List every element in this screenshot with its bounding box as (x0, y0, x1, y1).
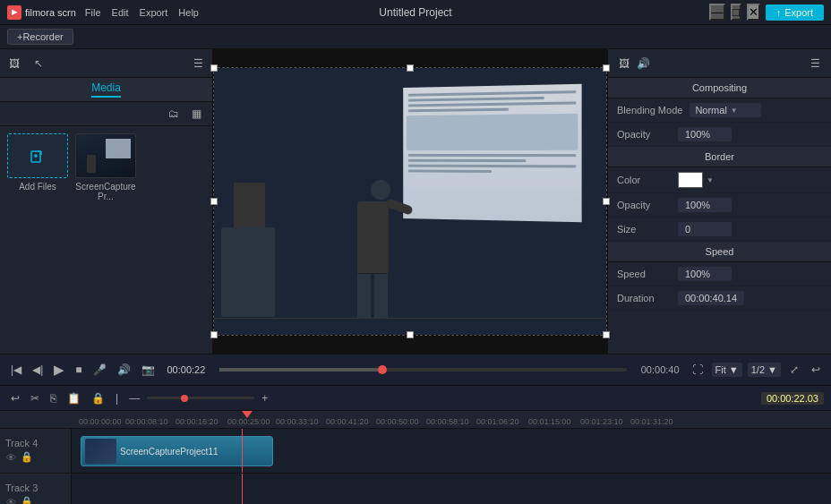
right-panel-toolbar: 🖼 🔊 ☰ (608, 49, 831, 78)
menu-help[interactable]: Help (178, 7, 199, 18)
minimize-button[interactable]: — (709, 4, 724, 21)
equipment (234, 183, 265, 227)
undo-button[interactable]: ↩ (7, 390, 23, 406)
border-size-row: Size 0 (608, 218, 831, 242)
border-color-row: Color ▼ (608, 167, 831, 193)
speed-value[interactable]: 100% (678, 267, 732, 281)
video-item-label: ScreenCapturePr... (75, 182, 136, 201)
title-bar-right: — □ ✕ ↑ Export (709, 4, 824, 21)
ruler-mark-8: 00:01:06:20 (476, 417, 519, 426)
audio-button[interactable]: 🔊 (114, 362, 134, 378)
panel-icon-img[interactable]: 🖼 (5, 56, 23, 72)
track-4-content[interactable]: ScreenCaptureProject11 (72, 429, 831, 473)
maximize-button[interactable]: □ (731, 4, 741, 21)
right-panel-audio-icon[interactable]: 🔊 (633, 56, 654, 72)
export-button[interactable]: ↑ Export (766, 4, 824, 21)
resize-handle-tc[interactable] (407, 64, 414, 72)
compositing-opacity-label: Opacity (617, 129, 671, 140)
panel-icon-cursor[interactable]: ↖ (30, 56, 47, 72)
export-icon: ↑ (776, 7, 782, 18)
resize-handle-mr[interactable] (603, 198, 610, 205)
zoom-slider[interactable] (147, 397, 254, 399)
track-3-name: Track 3 (5, 483, 38, 493)
menu-file[interactable]: File (85, 7, 101, 18)
timecode-end-display: 00:00:40 (641, 364, 680, 375)
color-dropdown-arrow[interactable]: ▼ (707, 176, 714, 184)
track-4-lock[interactable]: 🔒 (20, 450, 34, 464)
logo-text: filmora scrn (25, 7, 76, 18)
border-size-value[interactable]: 0 (678, 222, 732, 236)
ruler-mark-0: 00:00:00:00 (79, 417, 122, 426)
timeline-ruler: 00:00:00:00 00:00:08:10 00:00:16:20 00:0… (0, 411, 831, 429)
cursor-time-display: 00:00:22.03 (761, 392, 824, 405)
track-4-name: Track 4 (5, 438, 38, 448)
menu-edit[interactable]: Edit (112, 7, 129, 18)
color-swatch[interactable] (678, 172, 703, 188)
right-panel-image-icon[interactable]: 🖼 (615, 56, 633, 72)
play-button[interactable]: ▶ (50, 360, 68, 380)
resize-handle-tl[interactable] (210, 64, 218, 72)
duration-value[interactable]: 00:00:40.14 (678, 291, 744, 305)
menu-export[interactable]: Export (140, 7, 168, 18)
media-tab-bar: Media (0, 78, 212, 102)
left-panel-toolbar: 🖼 ↖ ☰ (0, 49, 212, 78)
track-3-label: Track 3 👁 🔒 (0, 474, 72, 504)
left-panel: 🖼 ↖ ☰ Media 🗂 ▦ (0, 49, 213, 354)
ruler-mark-6: 00:00:50:00 (376, 417, 419, 426)
split-button[interactable]: | (112, 390, 122, 406)
timeline-progress (219, 368, 382, 372)
track-3-content[interactable] (72, 474, 831, 504)
close-button[interactable]: ✕ (747, 4, 760, 21)
track-4-row: Track 4 👁 🔒 ScreenCaptureProject11 (0, 429, 831, 474)
resize-handle-tr[interactable] (603, 64, 610, 72)
floor-line (214, 318, 606, 319)
view-grid-icon[interactable]: ▦ (188, 106, 205, 122)
playhead-slider[interactable] (219, 368, 626, 372)
blending-mode-row: Blending Mode Normal ▼ (608, 98, 831, 123)
resize-handle-bl[interactable] (210, 331, 218, 338)
trim-button[interactable]: — (125, 390, 143, 406)
track-3-eye[interactable]: 👁 (5, 495, 17, 504)
scale-dropdown[interactable]: 1/2 ▼ (748, 363, 781, 377)
view-tree-icon[interactable]: 🗂 (165, 106, 183, 122)
compositing-opacity-value[interactable]: 100% (678, 127, 732, 141)
recorder-button[interactable]: +Recorder (7, 29, 73, 45)
stop-button[interactable]: ■ (72, 362, 85, 378)
zoom-in-button[interactable]: + (258, 390, 271, 406)
resize-handle-ml[interactable] (210, 198, 218, 205)
track-3-lock[interactable]: 🔒 (20, 495, 34, 504)
track-clip[interactable]: ScreenCaptureProject11 (81, 436, 273, 466)
snap-button[interactable]: 🔒 (88, 390, 108, 406)
prev-frame-button[interactable]: ◀| (29, 362, 47, 378)
right-panel-menu[interactable]: ☰ (807, 56, 824, 72)
logo-icon: ▶ (7, 5, 21, 20)
media-video-item[interactable]: ScreenCapturePr... (75, 133, 136, 201)
paste-button[interactable]: 📋 (64, 390, 84, 406)
ruler-mark-1: 00:00:08:10 (125, 417, 168, 426)
crop-button[interactable]: ⤢ (786, 362, 802, 378)
track-4-eye[interactable]: 👁 (5, 450, 17, 464)
camera-button[interactable]: 📷 (138, 362, 158, 378)
speed-section-header: Speed (608, 242, 831, 262)
border-opacity-label: Opacity (617, 200, 671, 210)
zoom-head[interactable] (181, 395, 188, 402)
fullscreen-button[interactable]: ⛶ (689, 362, 707, 378)
add-files-item[interactable]: Add Files (7, 133, 68, 201)
border-opacity-value[interactable]: 100% (678, 198, 732, 212)
resize-handle-br[interactable] (603, 331, 610, 338)
go-start-button[interactable]: |◀ (7, 362, 25, 378)
blending-mode-value: Normal (695, 105, 726, 115)
main-layout: 🖼 ↖ ☰ Media 🗂 ▦ (0, 49, 831, 354)
blending-mode-dropdown[interactable]: Normal ▼ (690, 103, 761, 117)
recorder-bar: +Recorder (0, 25, 831, 49)
playhead-indicator[interactable] (378, 365, 387, 374)
resize-handle-bc[interactable] (407, 331, 414, 338)
fit-dropdown[interactable]: Fit ▼ (712, 363, 742, 377)
media-tab-label[interactable]: Media (91, 81, 121, 98)
cut-button[interactable]: ✂ (27, 390, 43, 406)
screen-projection (403, 84, 581, 222)
copy-button[interactable]: ⎘ (47, 390, 60, 406)
mic-button[interactable]: 🎤 (90, 362, 110, 378)
panel-menu[interactable]: ☰ (190, 56, 207, 72)
rotate-button[interactable]: ↩ (808, 362, 824, 378)
